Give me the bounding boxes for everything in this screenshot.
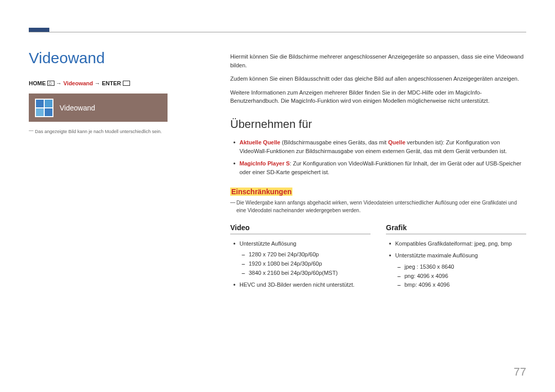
header-rule — [29, 32, 526, 32]
video-heading: Video — [230, 223, 371, 234]
breadcrumb-current: Videowand — [63, 80, 93, 86]
preview-label: Videowand — [60, 104, 95, 112]
res-2: 3840 x 2160 bei 24p/30p/60p(MST) — [249, 269, 371, 278]
videowall-icon — [35, 99, 53, 117]
res-1: 1920 x 1080 bei 24p/30p/60p — [249, 259, 371, 269]
res-0: 1280 x 720 bei 24p/30p/60p — [249, 250, 371, 259]
page-number: 77 — [514, 365, 526, 379]
page-title: Videowand — [29, 49, 201, 67]
preview-footnote: Das angezeigte Bild kann je nach Modell … — [29, 129, 201, 134]
intro-para-2: Zudem können Sie einen Bildausschnitt od… — [230, 74, 526, 83]
intro-para-3: Weitere Informationen zum Anzeigen mehre… — [230, 88, 526, 105]
bullet-current-source: Aktuelle Quelle (Bildschirmausgabe eines… — [239, 138, 526, 156]
breadcrumb-home: HOME — [29, 80, 46, 86]
max-1: png: 4096 x 4096 — [404, 272, 526, 281]
menu-preview-card: Videowand — [29, 94, 168, 122]
section-heading-apply: Übernehmen für — [230, 118, 526, 131]
grafik-max-item: Unterstützte maximale Auflösung jpeg : 1… — [395, 251, 526, 289]
max-2: bmp: 4096 x 4096 — [404, 281, 526, 290]
breadcrumb: HOME → Videowand → ENTER — [29, 80, 201, 86]
home-icon — [47, 81, 54, 86]
left-column: Videowand HOME → Videowand → ENTER Video… — [29, 49, 201, 134]
header-accent-bar — [29, 28, 49, 32]
intro-para-1: Hiermit können Sie die Bildschirme mehre… — [230, 52, 526, 69]
apply-bullets: Aktuelle Quelle (Bildschirmausgabe eines… — [230, 138, 526, 177]
enter-icon — [123, 81, 130, 86]
max-0: jpeg : 15360 x 8640 — [404, 263, 526, 272]
grafik-heading: Grafik — [386, 223, 526, 234]
breadcrumb-enter: ENTER — [102, 80, 121, 86]
limit-note: Die Wiedergabe kann anfangs abgehackt wi… — [230, 199, 526, 214]
two-column-block: Video Unterstützte Auflösung 1280 x 720 … — [230, 223, 526, 293]
video-column: Video Unterstützte Auflösung 1280 x 720 … — [230, 223, 371, 293]
right-column: Hiermit können Sie die Bildschirme mehre… — [230, 52, 526, 293]
video-resolution-item: Unterstützte Auflösung 1280 x 720 bei 24… — [239, 239, 371, 277]
video-note: HEVC und 3D-Bilder werden nicht unterstü… — [239, 281, 371, 290]
section-heading-limit: Einschränkungen — [230, 188, 526, 196]
bullet-magicinfo: MagicInfo Player S: Zur Konfiguration vo… — [239, 159, 526, 177]
grafik-format: Kompatibles Grafikdateiformat: jpeg, png… — [395, 239, 526, 249]
grafik-column: Grafik Kompatibles Grafikdateiformat: jp… — [386, 223, 526, 293]
